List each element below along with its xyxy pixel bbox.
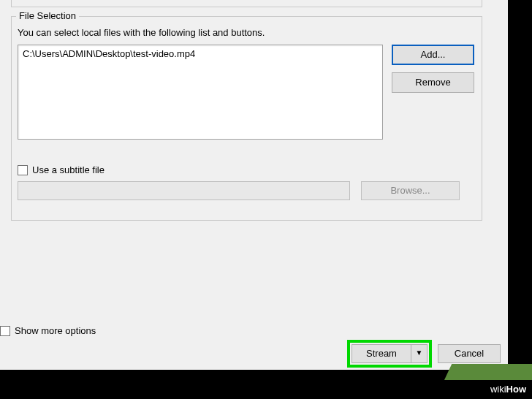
subtitle-path-input xyxy=(18,181,350,200)
show-more-options-row: Show more options xyxy=(0,325,96,336)
subtitle-checkbox[interactable] xyxy=(18,165,28,175)
open-media-dialog: File Selection You can select local file… xyxy=(0,0,508,370)
subtitle-checkbox-label: Use a subtitle file xyxy=(32,164,104,175)
subtitle-checkbox-row: Use a subtitle file xyxy=(18,164,104,175)
add-button[interactable]: Add... xyxy=(392,45,474,65)
browse-button: Browse... xyxy=(361,181,460,200)
remove-button[interactable]: Remove xyxy=(392,72,474,93)
stream-dropdown-arrow[interactable]: ▼ xyxy=(411,345,427,362)
wikihow-wiki: wiki xyxy=(490,384,506,395)
wikihow-logo: wikiHow xyxy=(490,382,526,395)
file-list-item[interactable]: C:\Users\ADMIN\Desktop\test-video.mp4 xyxy=(23,48,378,59)
wikihow-how: How xyxy=(506,384,526,395)
help-text: You can select local files with the foll… xyxy=(18,27,265,38)
cancel-button[interactable]: Cancel xyxy=(438,344,501,363)
stream-button-label: Stream xyxy=(352,345,411,362)
show-more-label: Show more options xyxy=(15,325,96,336)
file-selection-groupbox: File Selection You can select local file… xyxy=(11,16,482,221)
stream-button[interactable]: Stream ▼ xyxy=(352,344,428,363)
file-list[interactable]: C:\Users\ADMIN\Desktop\test-video.mp4 xyxy=(18,45,383,140)
partial-groupbox-fragment xyxy=(11,0,482,7)
show-more-checkbox[interactable] xyxy=(0,326,10,336)
groupbox-title: File Selection xyxy=(16,10,79,21)
wikihow-banner xyxy=(444,364,532,380)
